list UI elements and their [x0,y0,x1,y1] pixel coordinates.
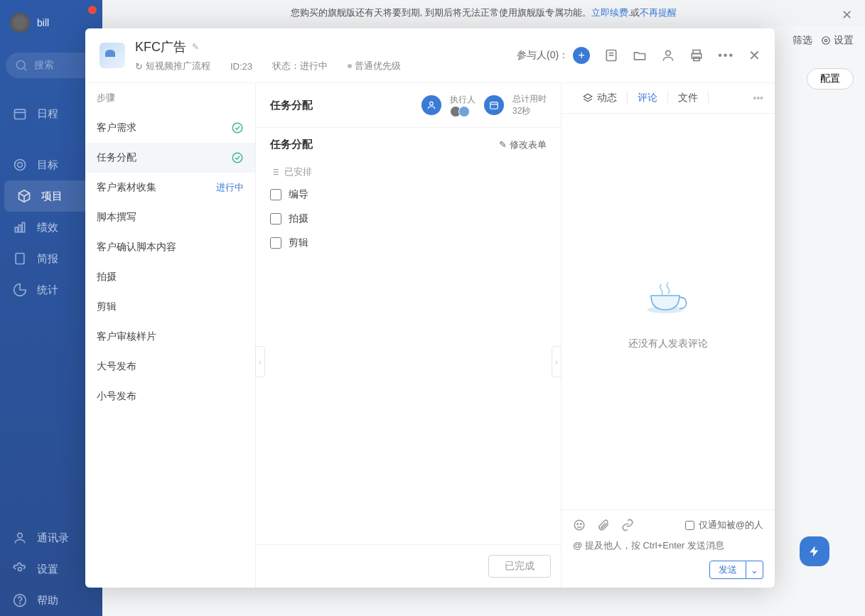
svg-rect-26 [490,102,498,109]
search-placeholder: 搜索 [34,59,54,72]
calendar-icon[interactable] [484,95,504,115]
config-button[interactable]: 配置 [807,68,854,90]
step-name: 剪辑 [97,301,117,313]
send-dropdown-button[interactable]: ⌄ [746,561,763,579]
nav-goal-label: 目标 [37,158,58,172]
print-icon[interactable] [689,48,704,63]
svg-point-33 [577,524,579,525]
svg-point-23 [232,123,242,133]
svg-rect-2 [15,109,26,119]
add-participant-button[interactable]: + [573,47,590,64]
svg-point-10 [18,533,23,538]
gear-icon [821,36,831,45]
step-row[interactable]: 客户确认脚本内容 [85,232,255,262]
executor-avatars [450,106,476,117]
step-name: 大号发布 [97,360,136,373]
svg-rect-9 [16,254,24,264]
svg-point-24 [232,153,242,163]
project-status: 状态：进行中 [272,60,328,72]
participants: 参与人(0)： + [517,47,590,64]
page-tools: 筛选 设置 [793,34,854,47]
modal-header: KFC广告 ✎ ↻ 短视频推广流程 ID:23 状态：进行中 普通优先级 参与人… [85,28,775,72]
step-row[interactable]: 客户素材收集进行中 [85,173,255,202]
task-checkbox[interactable] [270,213,281,225]
step-name: 客户需求 [97,121,136,134]
nav-project-label: 项目 [41,190,63,203]
banner-renew-link[interactable]: 立即续费 [591,6,628,19]
step-row[interactable]: 客户审核样片 [85,322,255,352]
send-button[interactable]: 发送 [709,561,746,579]
steps-column: 步骤 客户需求任务分配客户素材收集进行中脚本撰写客户确认脚本内容拍摄剪辑客户审核… [85,83,256,588]
executor-label: 执行人 [450,94,476,106]
step-name: 任务分配 [97,151,136,164]
svg-point-14 [824,39,827,42]
tabs-more-icon[interactable]: ••• [753,92,763,104]
svg-line-1 [24,68,27,71]
project-id: ID:23 [230,61,252,72]
settings-link[interactable]: 设置 [821,34,854,47]
fab-button[interactable] [800,536,829,566]
step-row[interactable]: 拍摄 [85,262,255,292]
only-at-checkbox[interactable]: 仅通知被@的人 [685,519,763,531]
search-input[interactable]: 搜索 [6,53,97,78]
project-thumbnail [100,43,125,68]
edit-title-icon[interactable]: ✎ [192,42,199,52]
step-name: 客户审核样片 [97,330,156,343]
bolt-icon [808,545,821,558]
modify-form-link[interactable]: ✎ 修改表单 [499,139,547,151]
notification-dot [87,4,98,16]
nav-project[interactable]: 项目 [4,180,98,212]
banner-or: .或 [628,6,640,19]
svg-point-4 [15,160,26,171]
task-checkbox[interactable] [270,237,281,249]
collapse-left-button[interactable]: ‹ [255,346,265,377]
comment-input[interactable] [573,537,763,553]
emoji-icon[interactable] [573,519,586,531]
svg-point-32 [574,520,584,530]
contacts-icon [13,531,27,545]
banner-text: 您购买的旗舰版还有天将要到期, 到期后将无法正常使用旗舰版专属功能。 [291,6,591,19]
step-row[interactable]: 大号发布 [85,352,255,382]
task-checkbox[interactable] [270,189,281,200]
layers-icon [583,93,593,103]
task-row: 剪辑 [256,231,561,255]
empty-text: 还没有人发表评论 [628,337,708,350]
more-icon[interactable]: ••• [718,49,734,62]
nav-schedule-label: 日程 [37,107,58,121]
svg-rect-6 [15,227,17,232]
close-icon[interactable]: ✕ [748,47,761,64]
banner-dismiss-link[interactable]: 不再提醒 [640,6,677,19]
collapse-right-button[interactable]: › [552,346,562,377]
step-row[interactable]: 剪辑 [85,292,255,322]
folder-icon[interactable] [633,48,647,63]
tab-activity[interactable]: 动态 [573,92,628,104]
attach-icon[interactable] [597,519,610,531]
executor-icon[interactable] [421,95,441,115]
notes-icon[interactable] [604,48,618,63]
chart-icon [13,220,27,234]
link-icon[interactable] [621,519,634,531]
right-column: 动态 评论 文件 ••• 还没有人发表评论 [562,83,775,588]
step-row[interactable]: 小号发布 [85,382,255,411]
tab-file[interactable]: 文件 [668,92,709,104]
center-title: 任务分配 [270,99,313,112]
cube-icon [17,189,31,203]
step-row[interactable]: 脚本撰写 [85,202,255,232]
banner-close-icon[interactable]: ✕ [842,7,852,23]
step-name: 小号发布 [97,390,136,403]
check-icon [231,121,244,134]
nav-help[interactable]: 帮助 [0,585,102,616]
task-label: 剪辑 [289,237,308,249]
nav-stats-label: 统计 [37,283,58,297]
user-icon[interactable] [661,48,675,63]
step-status: 进行中 [216,181,244,194]
svg-point-15 [822,37,830,45]
time-value: 32秒 [512,105,547,117]
step-row[interactable]: 客户需求 [85,113,255,143]
step-name: 客户确认脚本内容 [97,241,176,254]
done-button[interactable]: 已完成 [488,555,551,578]
step-row[interactable]: 任务分配 [85,143,255,173]
tab-comment[interactable]: 评论 [628,92,668,104]
avatar [10,13,30,33]
filter-link[interactable]: 筛选 [793,34,812,47]
